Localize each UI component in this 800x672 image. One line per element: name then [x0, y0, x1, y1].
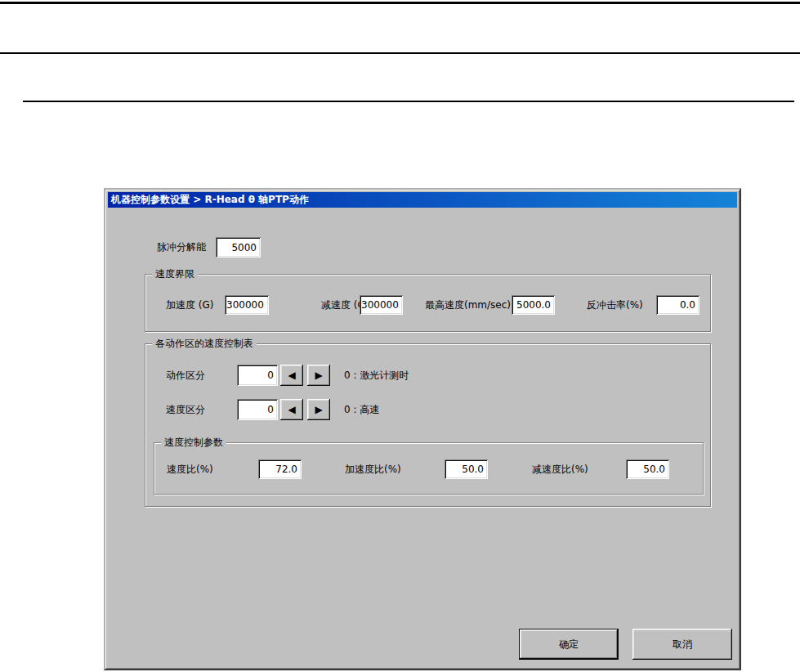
ok-button[interactable]: 确定	[519, 629, 619, 660]
horizontal-rule-top	[0, 2, 800, 4]
deceleration-input[interactable]	[360, 295, 403, 315]
motion-zone-group-title: 各动作区的速度控制表	[152, 338, 257, 349]
recoil-rate-label: 反冲击率(%)	[587, 295, 643, 315]
speed-class-description: 0 : 高速	[344, 399, 379, 420]
speed-class-spin-right-button[interactable]: ▶	[307, 399, 330, 420]
acceleration-input[interactable]	[225, 295, 269, 315]
motion-zone-spin-right-button[interactable]: ▶	[307, 365, 330, 386]
recoil-rate-input[interactable]	[656, 295, 699, 315]
dialog-title: 机器控制参数设置 > R-Head θ 轴PTP动作	[111, 194, 309, 205]
arrow-right-icon: ▶	[315, 404, 322, 415]
pulse-resolution-label: 脉冲分解能	[157, 237, 206, 258]
speed-class-label: 速度区分	[166, 399, 205, 420]
dialog-title-bar: 机器控制参数设置 > R-Head θ 轴PTP动作	[108, 192, 737, 208]
speed-ratio-input[interactable]	[258, 459, 302, 479]
speed-limit-group-title: 速度界限	[152, 268, 198, 280]
speed-class-input[interactable]	[237, 399, 278, 420]
speed-control-params-group: 速度控制参数 速度比(%) 加速度比(%) 减速度比(%)	[154, 442, 704, 495]
motion-zone-description: 0 : 激光计测时	[344, 365, 409, 386]
speed-limit-group: 速度界限 加速度 (G) 减速度 (G) 最高速度(mm/sec) 反冲击率(%…	[145, 274, 711, 332]
horizontal-rule-subheader	[23, 101, 794, 102]
pulse-resolution-input[interactable]	[216, 237, 261, 258]
max-speed-input[interactable]	[512, 295, 555, 315]
cancel-button[interactable]: 取消	[632, 629, 732, 660]
decel-ratio-input[interactable]	[626, 459, 669, 479]
motion-zone-input[interactable]	[237, 365, 278, 386]
machine-control-parameter-dialog: 机器控制参数设置 > R-Head θ 轴PTP动作 脉冲分解能 速度界限 加速…	[104, 188, 741, 670]
arrow-left-icon: ◀	[288, 370, 295, 381]
max-speed-label: 最高速度(mm/sec)	[425, 295, 511, 315]
speed-control-params-title: 速度控制参数	[161, 437, 226, 448]
acceleration-label: 加速度 (G)	[166, 295, 213, 315]
horizontal-rule-header	[0, 52, 800, 54]
decel-ratio-label: 减速度比(%)	[532, 459, 588, 479]
speed-ratio-label: 速度比(%)	[167, 459, 213, 479]
motion-zone-speed-table-group: 各动作区的速度控制表 动作区分 ◀ ▶ 0 : 激光计测时 速度区分 ◀ ▶ 0…	[145, 343, 711, 507]
arrow-left-icon: ◀	[288, 404, 295, 415]
arrow-right-icon: ▶	[315, 370, 322, 381]
speed-class-spin-left-button[interactable]: ◀	[280, 399, 303, 420]
motion-zone-label: 动作区分	[166, 365, 205, 386]
accel-ratio-label: 加速度比(%)	[345, 459, 401, 479]
motion-zone-spin-left-button[interactable]: ◀	[280, 365, 303, 386]
document-page: 机器控制参数设置 > R-Head θ 轴PTP动作 脉冲分解能 速度界限 加速…	[0, 0, 800, 672]
accel-ratio-input[interactable]	[445, 459, 488, 479]
